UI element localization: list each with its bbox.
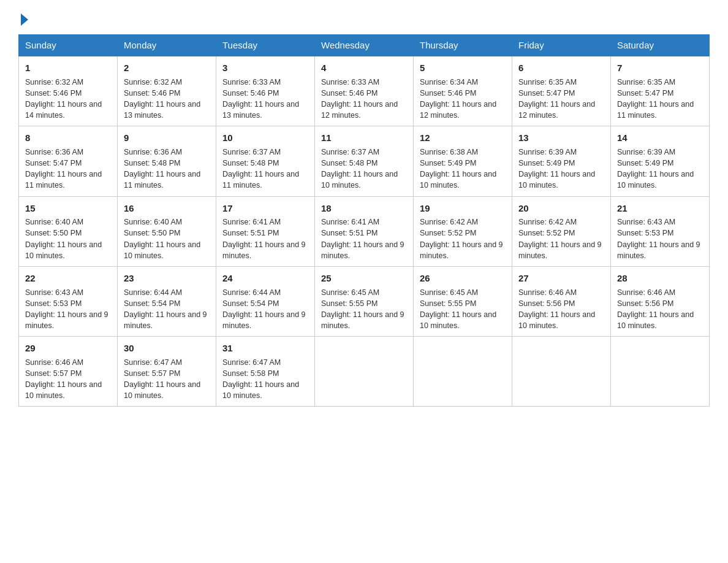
- calendar-table: SundayMondayTuesdayWednesdayThursdayFrid…: [18, 34, 710, 407]
- calendar-cell: [512, 337, 611, 407]
- day-number: 22: [25, 272, 111, 285]
- calendar-cell: 10Sunrise: 6:37 AMSunset: 5:48 PMDayligh…: [216, 126, 315, 196]
- calendar-cell: 26Sunrise: 6:45 AMSunset: 5:55 PMDayligh…: [414, 266, 512, 336]
- page-header: [18, 12, 710, 23]
- logo: [18, 12, 28, 23]
- calendar-cell: 11Sunrise: 6:37 AMSunset: 5:48 PMDayligh…: [315, 126, 414, 196]
- calendar-day-header: Tuesday: [216, 35, 315, 56]
- day-number: 19: [420, 202, 506, 215]
- day-number: 24: [222, 272, 308, 285]
- day-number: 18: [321, 202, 407, 215]
- calendar-cell: 18Sunrise: 6:41 AMSunset: 5:51 PMDayligh…: [315, 196, 414, 266]
- day-number: 15: [25, 202, 111, 215]
- day-number: 5: [420, 61, 506, 75]
- calendar-cell: 28Sunrise: 6:46 AMSunset: 5:56 PMDayligh…: [611, 266, 710, 336]
- calendar-week-row: 29Sunrise: 6:46 AMSunset: 5:57 PMDayligh…: [19, 337, 710, 407]
- day-number: 25: [321, 272, 407, 285]
- calendar-cell: [611, 337, 710, 407]
- calendar-cell: 27Sunrise: 6:46 AMSunset: 5:56 PMDayligh…: [512, 266, 611, 336]
- day-number: 7: [617, 61, 703, 75]
- day-number: 21: [617, 202, 703, 215]
- calendar-cell: 25Sunrise: 6:45 AMSunset: 5:55 PMDayligh…: [315, 266, 414, 336]
- calendar-day-header: Sunday: [19, 35, 118, 56]
- calendar-header-row: SundayMondayTuesdayWednesdayThursdayFrid…: [19, 35, 710, 56]
- day-number: 9: [124, 131, 210, 145]
- day-number: 20: [518, 202, 604, 215]
- day-number: 1: [25, 61, 111, 75]
- calendar-cell: 7Sunrise: 6:35 AMSunset: 5:47 PMDaylight…: [611, 56, 710, 126]
- calendar-cell: 16Sunrise: 6:40 AMSunset: 5:50 PMDayligh…: [118, 196, 216, 266]
- calendar-cell: 6Sunrise: 6:35 AMSunset: 5:47 PMDaylight…: [512, 56, 611, 126]
- calendar-cell: 19Sunrise: 6:42 AMSunset: 5:52 PMDayligh…: [414, 196, 512, 266]
- calendar-cell: 31Sunrise: 6:47 AMSunset: 5:58 PMDayligh…: [216, 337, 315, 407]
- calendar-cell: 15Sunrise: 6:40 AMSunset: 5:50 PMDayligh…: [19, 196, 118, 266]
- calendar-day-header: Friday: [512, 35, 611, 56]
- calendar-cell: 2Sunrise: 6:32 AMSunset: 5:46 PMDaylight…: [118, 56, 216, 126]
- day-number: 26: [420, 272, 506, 285]
- day-number: 23: [124, 272, 210, 285]
- day-number: 10: [222, 131, 308, 145]
- calendar-cell: [315, 337, 414, 407]
- calendar-cell: 22Sunrise: 6:43 AMSunset: 5:53 PMDayligh…: [19, 266, 118, 336]
- calendar-cell: 1Sunrise: 6:32 AMSunset: 5:46 PMDaylight…: [19, 56, 118, 126]
- calendar-cell: 13Sunrise: 6:39 AMSunset: 5:49 PMDayligh…: [512, 126, 611, 196]
- calendar-week-row: 1Sunrise: 6:32 AMSunset: 5:46 PMDaylight…: [19, 56, 710, 126]
- calendar-cell: 24Sunrise: 6:44 AMSunset: 5:54 PMDayligh…: [216, 266, 315, 336]
- day-number: 27: [518, 272, 604, 285]
- calendar-cell: 21Sunrise: 6:43 AMSunset: 5:53 PMDayligh…: [611, 196, 710, 266]
- calendar-cell: 4Sunrise: 6:33 AMSunset: 5:46 PMDaylight…: [315, 56, 414, 126]
- day-number: 12: [420, 131, 506, 145]
- calendar-day-header: Monday: [118, 35, 216, 56]
- calendar-week-row: 15Sunrise: 6:40 AMSunset: 5:50 PMDayligh…: [19, 196, 710, 266]
- day-number: 13: [518, 131, 604, 145]
- day-number: 16: [124, 202, 210, 215]
- calendar-cell: 29Sunrise: 6:46 AMSunset: 5:57 PMDayligh…: [19, 337, 118, 407]
- calendar-week-row: 8Sunrise: 6:36 AMSunset: 5:47 PMDaylight…: [19, 126, 710, 196]
- day-number: 6: [518, 61, 604, 75]
- calendar-cell: 8Sunrise: 6:36 AMSunset: 5:47 PMDaylight…: [19, 126, 118, 196]
- calendar-day-header: Thursday: [414, 35, 512, 56]
- day-number: 8: [25, 131, 111, 145]
- calendar-cell: 17Sunrise: 6:41 AMSunset: 5:51 PMDayligh…: [216, 196, 315, 266]
- calendar-cell: 3Sunrise: 6:33 AMSunset: 5:46 PMDaylight…: [216, 56, 315, 126]
- day-number: 17: [222, 202, 308, 215]
- day-number: 14: [617, 131, 703, 145]
- day-number: 11: [321, 131, 407, 145]
- calendar-cell: 23Sunrise: 6:44 AMSunset: 5:54 PMDayligh…: [118, 266, 216, 336]
- calendar-cell: [414, 337, 512, 407]
- calendar-week-row: 22Sunrise: 6:43 AMSunset: 5:53 PMDayligh…: [19, 266, 710, 336]
- calendar-cell: 20Sunrise: 6:42 AMSunset: 5:52 PMDayligh…: [512, 196, 611, 266]
- day-number: 2: [124, 61, 210, 75]
- day-number: 30: [124, 342, 210, 355]
- calendar-cell: 30Sunrise: 6:47 AMSunset: 5:57 PMDayligh…: [118, 337, 216, 407]
- day-number: 28: [617, 272, 703, 285]
- logo-arrow-icon: [21, 13, 28, 26]
- calendar-cell: 14Sunrise: 6:39 AMSunset: 5:49 PMDayligh…: [611, 126, 710, 196]
- day-number: 29: [25, 342, 111, 355]
- day-number: 4: [321, 61, 407, 75]
- calendar-day-header: Saturday: [611, 35, 710, 56]
- calendar-cell: 5Sunrise: 6:34 AMSunset: 5:46 PMDaylight…: [414, 56, 512, 126]
- calendar-cell: 9Sunrise: 6:36 AMSunset: 5:48 PMDaylight…: [118, 126, 216, 196]
- day-number: 3: [222, 61, 308, 75]
- day-number: 31: [222, 342, 308, 355]
- calendar-cell: 12Sunrise: 6:38 AMSunset: 5:49 PMDayligh…: [414, 126, 512, 196]
- calendar-day-header: Wednesday: [315, 35, 414, 56]
